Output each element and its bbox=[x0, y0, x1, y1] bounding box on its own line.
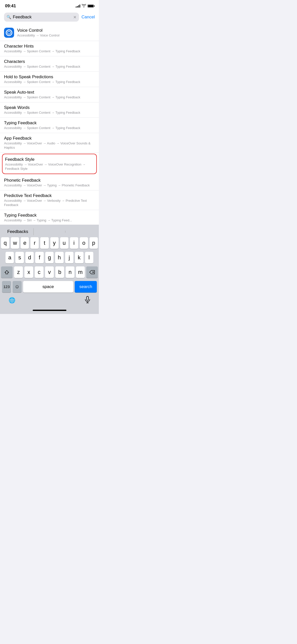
key-f[interactable]: f bbox=[35, 252, 44, 263]
emoji-key[interactable]: ☺ bbox=[13, 281, 22, 293]
result-item-typing-feedback[interactable]: Typing Feedback Accessibility → Spoken C… bbox=[0, 118, 99, 133]
search-icon: 🔍 bbox=[7, 15, 11, 19]
result-item-predictive-text-feedback[interactable]: Predictive Text Feedback Accessibility →… bbox=[0, 190, 99, 210]
signal-bars-icon bbox=[76, 5, 80, 8]
status-bar: 09:41 bbox=[0, 0, 99, 11]
result-path-typing-feedback-2: Accessibility → Siri → Typing → Typing F… bbox=[4, 218, 95, 223]
key-c[interactable]: c bbox=[35, 266, 44, 278]
result-path-voice-control: Accessibility → Voice Control bbox=[17, 33, 95, 38]
key-x[interactable]: x bbox=[24, 266, 33, 278]
search-clear-button[interactable]: ✕ bbox=[73, 15, 76, 20]
status-icons bbox=[76, 4, 94, 8]
result-item-characters[interactable]: Characters Accessibility → Spoken Conten… bbox=[0, 56, 99, 72]
key-o[interactable]: o bbox=[80, 237, 88, 249]
result-title-speak-words: Speak Words bbox=[4, 105, 95, 110]
key-e[interactable]: e bbox=[21, 237, 29, 249]
result-title-typing-feedback: Typing Feedback bbox=[4, 120, 95, 126]
keyboard-bottom-row: 123 ☺ space search bbox=[1, 281, 98, 293]
result-item-feedback-style[interactable]: Feedback Style Accessibility → VoiceOver… bbox=[2, 154, 97, 174]
result-path-predictive-text-feedback: Accessibility → VoiceOver → Verbosity → … bbox=[4, 199, 95, 207]
result-title-feedback-style: Feedback Style bbox=[5, 157, 94, 162]
result-path-feedback-style: Accessibility → VoiceOver → VoiceOver Re… bbox=[5, 163, 94, 171]
key-p[interactable]: p bbox=[90, 237, 98, 249]
result-path-typing-feedback: Accessibility → Spoken Content → Typing … bbox=[4, 126, 95, 130]
key-g[interactable]: g bbox=[45, 252, 54, 263]
key-y[interactable]: y bbox=[50, 237, 59, 249]
result-item-typing-feedback-2[interactable]: Typing Feedback Accessibility → Siri → T… bbox=[0, 210, 99, 225]
result-path-phonetic-feedback: Accessibility → VoiceOver → Typing → Pho… bbox=[4, 183, 95, 188]
accessibility-app-icon bbox=[4, 28, 14, 38]
result-item-phonetic-feedback[interactable]: Phonetic Feedback Accessibility → VoiceO… bbox=[0, 175, 99, 190]
result-title-speak-auto-text: Speak Auto-text bbox=[4, 90, 95, 95]
keyboard[interactable]: Feedbacks q w e r t y u i o p a s d f g … bbox=[0, 225, 99, 314]
key-u[interactable]: u bbox=[60, 237, 68, 249]
keyboard-row-3: z x c v b n m bbox=[1, 266, 98, 278]
accessibility-icon-figure bbox=[6, 29, 12, 36]
result-title-characters: Characters bbox=[4, 59, 95, 64]
key-m[interactable]: m bbox=[76, 266, 85, 278]
suggestions-row: Feedbacks bbox=[1, 227, 98, 237]
key-s[interactable]: s bbox=[15, 252, 24, 263]
search-input-wrapper[interactable]: 🔍 Feedback ✕ bbox=[4, 13, 79, 22]
delete-key[interactable] bbox=[86, 266, 98, 278]
result-item-voice-control[interactable]: Voice Control Accessibility → Voice Cont… bbox=[0, 25, 99, 41]
cancel-button[interactable]: Cancel bbox=[81, 15, 95, 20]
key-q[interactable]: q bbox=[1, 237, 9, 249]
globe-icon[interactable]: 🌐 bbox=[9, 297, 15, 304]
search-input[interactable]: Feedback bbox=[13, 15, 72, 20]
result-path-hold-to-speak: Accessibility → Spoken Content → Typing … bbox=[4, 80, 95, 84]
key-j[interactable]: j bbox=[65, 252, 73, 263]
shift-key[interactable] bbox=[1, 266, 13, 278]
svg-rect-0 bbox=[87, 296, 89, 300]
keyboard-row-1: q w e r t y u i o p bbox=[1, 237, 98, 249]
result-title-hold-to-speak: Hold to Speak Predictions bbox=[4, 74, 95, 80]
key-h[interactable]: h bbox=[55, 252, 63, 263]
key-b[interactable]: b bbox=[55, 266, 64, 278]
suggestion-empty-2 bbox=[65, 231, 97, 233]
key-w[interactable]: w bbox=[11, 237, 19, 249]
key-v[interactable]: v bbox=[45, 266, 54, 278]
result-title-voice-control: Voice Control bbox=[17, 28, 95, 33]
key-n[interactable]: n bbox=[66, 266, 74, 278]
result-path-app-feedback: Accessibility → VoiceOver → Audio → Voic… bbox=[4, 141, 95, 150]
key-i[interactable]: i bbox=[70, 237, 78, 249]
key-l[interactable]: l bbox=[85, 252, 93, 263]
keyboard-row-2: a s d f g h j k l bbox=[1, 252, 98, 263]
result-title-character-hints: Character Hints bbox=[4, 44, 95, 49]
numbers-key-label: 123 bbox=[3, 285, 10, 289]
result-path-character-hints: Accessibility → Spoken Content → Typing … bbox=[4, 49, 95, 54]
space-key[interactable]: space bbox=[23, 281, 73, 293]
result-title-typing-feedback-2: Typing Feedback bbox=[4, 213, 95, 218]
space-key-label: space bbox=[43, 284, 54, 289]
result-path-speak-words: Accessibility → Spoken Content → Typing … bbox=[4, 111, 95, 115]
battery-icon bbox=[88, 5, 94, 8]
wifi-icon bbox=[82, 4, 86, 8]
key-t[interactable]: t bbox=[40, 237, 49, 249]
status-time: 09:41 bbox=[5, 4, 16, 9]
microphone-icon[interactable] bbox=[85, 296, 90, 305]
result-path-characters: Accessibility → Spoken Content → Typing … bbox=[4, 65, 95, 69]
search-bar-container: 🔍 Feedback ✕ Cancel bbox=[0, 11, 99, 25]
result-title-app-feedback: App Feedback bbox=[4, 136, 95, 141]
result-item-app-feedback[interactable]: App Feedback Accessibility → VoiceOver →… bbox=[0, 133, 99, 153]
result-item-speak-words[interactable]: Speak Words Accessibility → Spoken Conte… bbox=[0, 102, 99, 118]
result-item-speak-auto-text[interactable]: Speak Auto-text Accessibility → Spoken C… bbox=[0, 87, 99, 102]
result-item-character-hints[interactable]: Character Hints Accessibility → Spoken C… bbox=[0, 41, 99, 56]
key-d[interactable]: d bbox=[25, 252, 34, 263]
key-z[interactable]: z bbox=[14, 266, 23, 278]
result-title-phonetic-feedback: Phonetic Feedback bbox=[4, 178, 95, 183]
suggestion-feedbacks[interactable]: Feedbacks bbox=[2, 228, 34, 235]
key-k[interactable]: k bbox=[75, 252, 83, 263]
search-button[interactable]: search bbox=[75, 281, 97, 293]
search-button-label: search bbox=[79, 284, 92, 289]
key-r[interactable]: r bbox=[30, 237, 39, 249]
keyboard-accessory-row: 🌐 bbox=[1, 294, 98, 310]
key-a[interactable]: a bbox=[6, 252, 14, 263]
result-text-voice-control: Voice Control Accessibility → Voice Cont… bbox=[17, 28, 95, 38]
result-item-hold-to-speak[interactable]: Hold to Speak Predictions Accessibility … bbox=[0, 72, 99, 87]
suggestion-empty-1 bbox=[34, 231, 65, 233]
result-path-speak-auto-text: Accessibility → Spoken Content → Typing … bbox=[4, 95, 95, 100]
results-list: Voice Control Accessibility → Voice Cont… bbox=[0, 25, 99, 225]
home-indicator bbox=[33, 310, 66, 311]
numbers-key[interactable]: 123 bbox=[2, 281, 11, 293]
